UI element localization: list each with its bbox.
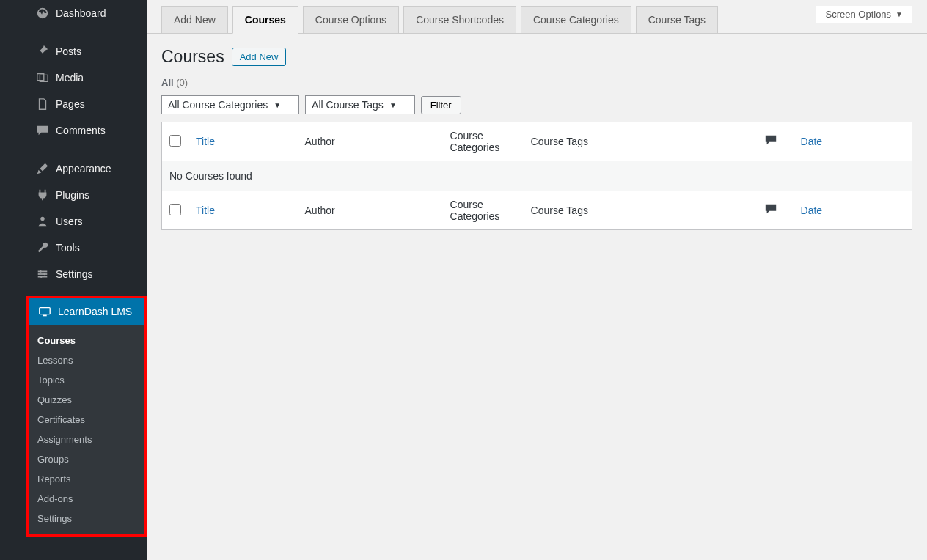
submenu-item-quizzes[interactable]: Quizzes <box>29 390 144 410</box>
sidebar-item-label: Posts <box>56 45 81 57</box>
settings-icon <box>35 267 50 281</box>
column-footer-title[interactable]: Title <box>196 205 215 216</box>
sidebar-item-label: Plugins <box>56 189 89 201</box>
page-title: Courses <box>161 47 224 67</box>
select-value: All Course Categories <box>168 99 268 111</box>
course-tag-select[interactable]: All Course Tags ▼ <box>305 95 415 114</box>
column-footer-categories: Course Categories <box>443 191 524 230</box>
plugin-icon <box>35 188 50 202</box>
brush-icon <box>35 161 50 176</box>
column-header-title[interactable]: Title <box>196 136 215 147</box>
svg-rect-3 <box>38 276 48 278</box>
sidebar-item-posts[interactable]: Posts <box>26 38 147 65</box>
sidebar-item-label: Pages <box>56 98 85 110</box>
comments-column-icon[interactable] <box>764 205 777 218</box>
pin-icon <box>35 44 50 59</box>
select-value: All Course Tags <box>312 99 384 111</box>
tab-course-options[interactable]: Course Options <box>303 6 399 34</box>
submenu-item-addons[interactable]: Add-ons <box>29 489 144 509</box>
comments-column-icon[interactable] <box>764 136 777 149</box>
svg-rect-7 <box>40 308 50 314</box>
main-content: Screen Options ▼ Add New Courses Course … <box>147 0 927 560</box>
sidebar-item-dashboard[interactable]: Dashboard <box>26 0 147 26</box>
screen-options-button[interactable]: Screen Options ▼ <box>816 6 912 23</box>
sidebar-item-learndash[interactable]: LearnDash LMS <box>29 298 144 325</box>
wrench-icon <box>35 240 50 255</box>
select-all-checkbox-bottom[interactable] <box>169 204 181 215</box>
tab-add-new[interactable]: Add New <box>161 6 228 34</box>
sidebar-item-label: Dashboard <box>56 7 106 19</box>
column-header-author: Author <box>298 122 443 161</box>
svg-point-6 <box>40 276 43 278</box>
svg-rect-1 <box>38 271 48 273</box>
screen-options-label: Screen Options <box>825 9 891 20</box>
svg-rect-2 <box>38 273 48 275</box>
submenu-item-settings[interactable]: Settings <box>29 509 144 528</box>
sidebar-item-label: Appearance <box>56 163 111 174</box>
sidebar-item-tools[interactable]: Tools <box>26 235 147 261</box>
sidebar-item-label: LearnDash LMS <box>58 306 132 317</box>
page-icon <box>35 97 50 111</box>
dashboard-icon <box>35 6 50 21</box>
chevron-down-icon: ▼ <box>274 101 281 109</box>
chevron-down-icon: ▼ <box>895 10 903 18</box>
filter-all-link[interactable]: All <box>161 77 174 88</box>
sidebar-item-appearance[interactable]: Appearance <box>26 155 147 182</box>
admin-tabs: Add New Courses Course Options Course Sh… <box>147 0 927 34</box>
learndash-highlighted-section: LearnDash LMS Courses Lessons Topics Qui… <box>26 296 147 537</box>
courses-table: Title Author Course Categories Course Ta… <box>161 122 912 230</box>
sidebar-item-label: Settings <box>56 268 93 280</box>
sidebar-item-settings[interactable]: Settings <box>26 261 147 287</box>
sidebar-item-media[interactable]: Media <box>26 65 147 91</box>
tab-course-categories[interactable]: Course Categories <box>521 6 631 34</box>
comment-icon <box>35 123 50 138</box>
column-footer-date[interactable]: Date <box>801 205 823 216</box>
course-category-select[interactable]: All Course Categories ▼ <box>161 95 299 114</box>
sidebar-item-plugins[interactable]: Plugins <box>26 182 147 208</box>
sidebar-item-label: Tools <box>56 242 80 254</box>
user-icon <box>35 214 50 229</box>
select-all-checkbox[interactable] <box>169 135 181 147</box>
sidebar-item-users[interactable]: Users <box>26 208 147 235</box>
empty-message: No Courses found <box>162 161 912 191</box>
tab-course-tags[interactable]: Course Tags <box>636 6 718 34</box>
submenu-item-assignments[interactable]: Assignments <box>29 430 144 449</box>
learndash-submenu: Courses Lessons Topics Quizzes Certifica… <box>29 325 144 534</box>
add-new-button[interactable]: Add New <box>232 48 287 66</box>
sidebar-item-label: Users <box>56 215 83 227</box>
filter-bar: All Course Categories ▼ All Course Tags … <box>161 95 912 114</box>
submenu-item-reports[interactable]: Reports <box>29 469 144 489</box>
tab-courses[interactable]: Courses <box>232 6 298 34</box>
sidebar-item-label: Media <box>56 72 84 84</box>
filter-button[interactable]: Filter <box>421 96 461 114</box>
column-header-tags: Course Tags <box>524 122 757 161</box>
view-filter-links: All (0) <box>161 77 912 88</box>
svg-point-4 <box>40 270 42 273</box>
media-icon <box>35 70 50 85</box>
column-footer-author: Author <box>298 191 443 230</box>
sidebar-item-pages[interactable]: Pages <box>26 91 147 117</box>
tab-course-shortcodes[interactable]: Course Shortcodes <box>403 6 516 34</box>
submenu-item-courses[interactable]: Courses <box>29 331 144 350</box>
learndash-icon <box>37 304 52 319</box>
submenu-item-lessons[interactable]: Lessons <box>29 350 144 370</box>
column-footer-tags: Course Tags <box>524 191 757 230</box>
svg-rect-8 <box>43 315 46 317</box>
submenu-item-certificates[interactable]: Certificates <box>29 410 144 430</box>
filter-all-count: (0) <box>176 77 188 88</box>
chevron-down-icon: ▼ <box>389 101 397 109</box>
column-header-date[interactable]: Date <box>801 136 823 147</box>
page-heading: Courses Add New <box>161 47 912 67</box>
submenu-item-groups[interactable]: Groups <box>29 449 144 469</box>
sidebar-item-comments[interactable]: Comments <box>26 117 147 144</box>
svg-point-5 <box>43 273 45 276</box>
column-header-categories: Course Categories <box>443 122 524 161</box>
table-empty-row: No Courses found <box>162 161 912 191</box>
admin-sidebar: Dashboard Posts Media Pages Comments App… <box>0 0 147 560</box>
submenu-item-topics[interactable]: Topics <box>29 370 144 390</box>
sidebar-item-label: Comments <box>56 125 106 136</box>
svg-point-0 <box>40 217 44 221</box>
